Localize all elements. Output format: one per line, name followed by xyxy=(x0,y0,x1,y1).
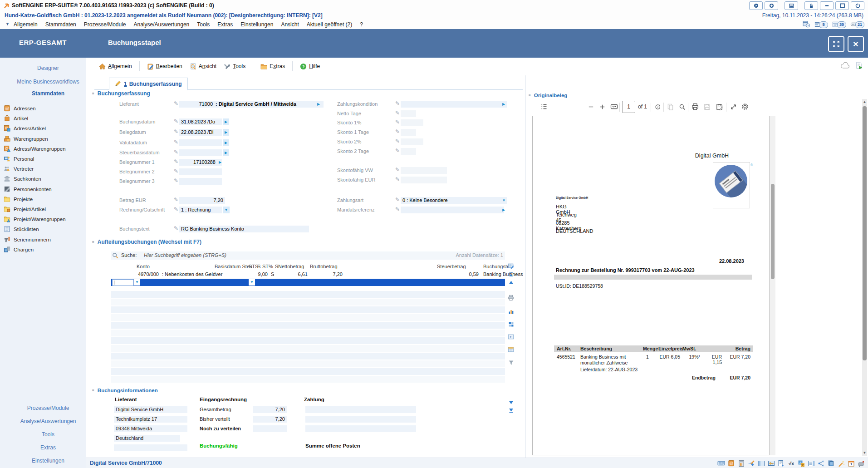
edit-pencil-icon[interactable]: ✎ xyxy=(174,206,178,212)
task-list-icon[interactable]: 5 xyxy=(814,21,828,29)
toolbar-hilfe-button[interactable]: ?Hilfe xyxy=(300,63,320,70)
search-input[interactable]: Hier Suchbegriff eingeben (STRG+S) xyxy=(144,252,226,258)
open-external-icon[interactable] xyxy=(729,102,738,111)
edit-pencil-icon[interactable]: ✎ xyxy=(174,177,178,184)
panel-button[interactable] xyxy=(785,1,798,10)
settings-gear-icon[interactable] xyxy=(740,102,750,111)
save-as-icon[interactable] xyxy=(715,102,724,111)
sidebar-link-einstellungen[interactable]: Einstellungen xyxy=(14,458,83,464)
sidebar-item-adress-warengruppen[interactable]: @Adress/Warengruppen xyxy=(4,145,66,153)
magic-wand-icon[interactable] xyxy=(837,459,845,468)
tab-buchungserfassung[interactable]: 1 Buchungserfassung xyxy=(109,78,188,90)
address-book-icon[interactable]: @ xyxy=(727,459,736,468)
skonto1-field[interactable] xyxy=(401,119,423,126)
toolbar-allgemein-button[interactable]: Allgemein xyxy=(99,63,132,70)
toolbar-bearbeiten-button[interactable]: Bearbeiten xyxy=(147,63,182,70)
scroll-up-icon[interactable] xyxy=(507,279,515,286)
edit-pencil-icon[interactable]: ✎ xyxy=(174,139,178,145)
zahlungsart-dropdown[interactable]: ▼ xyxy=(500,197,507,204)
sidebar-link-meine-businessworkflows[interactable]: Meine Businessworkflows xyxy=(14,79,83,85)
keyboard-icon[interactable] xyxy=(717,459,726,468)
skonto2-tage-field[interactable] xyxy=(401,148,416,155)
layers-icon[interactable] xyxy=(827,459,835,468)
edit-pencil-icon[interactable]: ✎ xyxy=(395,176,400,182)
buchungsdatum-field[interactable]: 31.08.2023 /Do xyxy=(179,118,222,125)
edit-pencil-icon[interactable]: ✎ xyxy=(395,148,400,154)
formula-sqrt-icon[interactable]: √x xyxy=(787,459,795,468)
edit-pencil-icon[interactable]: ✎ xyxy=(395,167,400,173)
edit-pencil-icon[interactable]: ✎ xyxy=(174,197,178,203)
rechnung-gutschrift-dropdown[interactable]: ▼ xyxy=(223,207,230,213)
valutadatum-field[interactable] xyxy=(179,139,222,146)
konto-input[interactable] xyxy=(112,279,134,286)
translate-icon[interactable]: A文 xyxy=(797,459,805,468)
rotate-icon[interactable] xyxy=(653,102,662,111)
sessions-icon[interactable]: 21 xyxy=(850,21,864,29)
sidebar-item-projekt-artikel[interactable]: Projekt/Artikel xyxy=(4,206,46,213)
sidebar-section-stammdaten[interactable]: Stammdaten xyxy=(14,90,83,97)
belegdatum-calendar-arrow[interactable]: ▶ xyxy=(223,129,229,136)
skonto1-tage-field[interactable] xyxy=(401,129,416,136)
toolbar-ansicht-button[interactable]: Ansicht xyxy=(190,63,216,70)
fullscreen-button[interactable] xyxy=(828,36,844,52)
power-button[interactable] xyxy=(851,1,864,10)
sidebar-item-warengruppen[interactable]: Warengruppen xyxy=(4,135,48,143)
sidebar-item-vertreter[interactable]: Vertreter xyxy=(4,165,34,172)
menu-item-einstellungen[interactable]: Einstellungen xyxy=(240,21,273,28)
print-icon[interactable] xyxy=(691,102,700,111)
transfer-arrows-icon[interactable] xyxy=(747,459,755,468)
sidebar-link-prozesse-module[interactable]: Prozesse/Module xyxy=(14,405,83,411)
zahlungsart-field[interactable]: 0 : Keine Besondere xyxy=(401,197,507,204)
belegnummer2-field[interactable] xyxy=(179,168,222,175)
scroll-bottom-icon[interactable] xyxy=(507,407,515,414)
valutadatum-calendar-arrow[interactable]: ▶ xyxy=(223,139,229,146)
sidebar-link-analyse-auswertungen[interactable]: Analyse/Auswertungen xyxy=(14,418,83,424)
edit-pencil-icon[interactable]: ✎ xyxy=(174,158,178,165)
maximize-button[interactable] xyxy=(835,1,849,10)
scroll-top-icon[interactable] xyxy=(507,271,515,278)
toolbar-extras-button[interactable]: Extras xyxy=(260,63,285,70)
edit-pencil-icon[interactable]: ✎ xyxy=(395,206,400,212)
sidebar-item-projekt-warengruppen[interactable]: Projekt/Warengruppen xyxy=(4,216,66,223)
calendar-day-icon[interactable]: 1 xyxy=(847,459,855,468)
skonto2-field[interactable] xyxy=(401,138,423,145)
scroll-down-icon[interactable] xyxy=(507,399,515,406)
sidebar-item-artikel[interactable]: Artikel xyxy=(4,115,28,122)
lieferant-field[interactable]: 71000 : Digital Service GmbH / Mittweida xyxy=(179,101,324,108)
betrag-field[interactable]: 7,20 xyxy=(179,197,225,204)
sidebar-item-seriennummern[interactable]: Seriennummern xyxy=(4,236,51,243)
edit-pencil-icon[interactable]: ✎ xyxy=(395,100,400,107)
doc-transfer-icon[interactable] xyxy=(777,459,785,468)
sidebar-link-designer[interactable]: Designer xyxy=(14,65,83,71)
table-grid-icon[interactable] xyxy=(507,346,515,353)
edit-pencil-icon[interactable]: ✎ xyxy=(395,110,400,116)
sidebar-link-tools[interactable]: Tools xyxy=(14,431,83,438)
menu-item-analyse-auswertungen[interactable]: Analyse/Auswertungen xyxy=(134,21,190,28)
calendar-clock-icon[interactable] xyxy=(803,20,810,29)
zahlungskondition-field[interactable] xyxy=(401,101,507,108)
zahlungskondition-lookup-arrow[interactable]: ▶ xyxy=(500,101,507,108)
skontofaehig-eur-field[interactable] xyxy=(401,177,447,183)
pdf-outline-icon[interactable] xyxy=(539,102,549,111)
menu-item--[interactable]: ? xyxy=(360,21,363,28)
belegnummer1-arrow[interactable]: ▶ xyxy=(217,159,223,166)
sidebar-item-adressen[interactable]: @Adressen xyxy=(4,105,36,112)
fit-width-icon[interactable] xyxy=(609,102,618,111)
rechnung-gutschrift-field[interactable]: 1 : Rechnung xyxy=(179,207,222,213)
steuerbasisdatum-field[interactable] xyxy=(179,149,222,156)
list-panel-icon[interactable] xyxy=(807,459,815,468)
filter-icon[interactable] xyxy=(507,359,515,366)
menu-item-allgemein[interactable]: Allgemein xyxy=(14,21,38,28)
lieferant-lookup-arrow[interactable]: ▶ xyxy=(315,101,322,108)
belegdatum-field[interactable]: 22.08.2023 /Di xyxy=(179,129,222,136)
sidebar-item-personenkonten[interactable]: Personenkonten xyxy=(4,186,52,193)
skontofaehig-vw-field[interactable] xyxy=(401,167,447,174)
mailbox-icon[interactable] xyxy=(857,459,865,468)
edit-pencil-icon[interactable]: ✎ xyxy=(395,119,400,125)
export-document-icon[interactable] xyxy=(855,62,863,70)
pdf-search-icon[interactable] xyxy=(677,102,687,111)
menu-item-stammdaten[interactable]: Stammdaten xyxy=(45,21,76,28)
netto-tage-field[interactable] xyxy=(401,110,416,117)
lock-button[interactable] xyxy=(804,1,818,10)
sts-dropdown[interactable]: ▼ xyxy=(249,279,255,286)
